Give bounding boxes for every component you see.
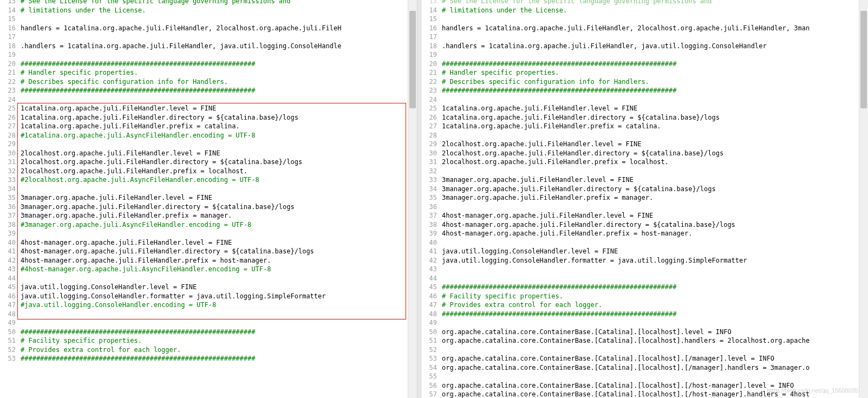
line-number[interactable]: 26 <box>0 113 16 122</box>
line-number[interactable]: 25 <box>421 104 437 113</box>
line-number[interactable]: 23 <box>0 86 16 95</box>
code-line[interactable]: 4host-manager.org.apache.juli.FileHandle… <box>21 247 417 256</box>
line-number[interactable]: 35 <box>0 193 16 203</box>
line-number[interactable]: 50 <box>0 328 16 337</box>
line-number[interactable]: 29 <box>0 140 16 149</box>
code-line[interactable]: 3manager.org.apache.juli.FileHandler.dir… <box>21 203 417 212</box>
line-number[interactable]: 32 <box>421 167 437 176</box>
code-line[interactable] <box>442 131 868 140</box>
code-line[interactable] <box>442 15 868 24</box>
code-line[interactable]: # Provides extra control for each logger… <box>21 345 417 355</box>
line-number[interactable]: 13 <box>0 0 16 6</box>
code-line[interactable]: 4host-manager.org.apache.juli.FileHandle… <box>21 256 417 265</box>
line-number[interactable]: 48 <box>421 310 437 319</box>
code-line[interactable] <box>442 32 868 42</box>
line-number[interactable]: 40 <box>421 238 437 247</box>
line-number[interactable]: 31 <box>421 158 437 167</box>
line-number[interactable]: 38 <box>421 220 437 230</box>
line-number[interactable]: 15 <box>421 15 437 24</box>
line-number[interactable]: 44 <box>0 274 16 283</box>
code-line[interactable] <box>442 372 868 381</box>
code-line[interactable]: # See the License for the specific langu… <box>21 0 417 6</box>
code-line[interactable]: 2localhost.org.apache.juli.FileHandler.l… <box>21 149 417 158</box>
line-number[interactable]: 41 <box>421 247 437 256</box>
code-line[interactable]: 2localhost.org.apache.juli.FileHandler.l… <box>442 140 868 149</box>
line-number[interactable]: 43 <box>0 265 16 274</box>
line-number[interactable]: 22 <box>0 77 16 87</box>
code-line[interactable] <box>21 274 417 283</box>
code-line[interactable]: # limitations under the License. <box>21 6 417 15</box>
code-line[interactable]: handlers = 1catalina.org.apache.juli.Fil… <box>21 24 417 33</box>
line-number[interactable]: 28 <box>421 131 437 140</box>
line-number[interactable]: 45 <box>0 283 16 292</box>
code-line[interactable]: # Describes specific configuration info … <box>442 77 868 87</box>
line-number[interactable]: 14 <box>0 6 16 15</box>
code-line[interactable]: ########################################… <box>442 283 868 292</box>
line-number[interactable]: 48 <box>0 310 16 319</box>
line-number[interactable]: 32 <box>0 167 16 176</box>
line-number[interactable]: 43 <box>421 265 437 274</box>
code-line[interactable]: ########################################… <box>21 354 417 363</box>
code-line[interactable] <box>442 318 868 328</box>
line-number[interactable]: 37 <box>421 211 437 220</box>
line-number[interactable]: 36 <box>421 203 437 212</box>
line-number[interactable]: 30 <box>421 149 437 158</box>
line-number[interactable]: 35 <box>421 193 437 203</box>
code-line[interactable]: 2localhost.org.apache.juli.FileHandler.d… <box>442 149 868 158</box>
code-line[interactable] <box>442 167 868 176</box>
line-number[interactable]: 42 <box>421 256 437 265</box>
line-number[interactable]: 31 <box>0 158 16 167</box>
code-line[interactable]: # Handler specific properties. <box>442 68 868 77</box>
code-line[interactable]: .handlers = 1catalina.org.apache.juli.Fi… <box>21 42 417 51</box>
code-line[interactable]: org.apache.catalina.core.ContainerBase.[… <box>442 381 868 390</box>
line-number[interactable]: 52 <box>421 345 437 355</box>
code-line[interactable]: org.apache.catalina.core.ContainerBase.[… <box>442 328 868 337</box>
code-line[interactable] <box>442 238 868 247</box>
line-number[interactable]: 49 <box>0 318 16 328</box>
code-line[interactable] <box>442 274 868 283</box>
code-line[interactable]: 1catalina.org.apache.juli.FileHandler.le… <box>21 104 417 113</box>
code-line[interactable]: 4host-manager.org.apache.juli.FileHandle… <box>442 211 868 220</box>
line-number[interactable]: 56 <box>421 381 437 390</box>
code-line[interactable]: org.apache.catalina.core.ContainerBase.[… <box>442 363 868 373</box>
line-number[interactable]: 30 <box>0 149 16 158</box>
line-number[interactable]: 45 <box>421 283 437 292</box>
code-line[interactable]: ########################################… <box>21 60 417 69</box>
line-number[interactable]: 27 <box>0 122 16 131</box>
line-number[interactable]: 47 <box>0 301 16 310</box>
line-number[interactable]: 49 <box>421 318 437 328</box>
code-line[interactable]: 4host-manager.org.apache.juli.FileHandle… <box>442 229 868 238</box>
code-line[interactable]: org.apache.catalina.core.ContainerBase.[… <box>442 336 868 345</box>
line-number[interactable]: 16 <box>0 24 16 33</box>
code-line[interactable]: # Provides extra control for each logger… <box>442 301 868 310</box>
line-number[interactable]: 29 <box>421 140 437 149</box>
line-number[interactable]: 34 <box>0 185 16 194</box>
line-number[interactable]: 57 <box>421 390 437 398</box>
code-line[interactable] <box>21 185 417 194</box>
code-line[interactable]: 2localhost.org.apache.juli.FileHandler.p… <box>442 158 868 167</box>
line-number[interactable]: 20 <box>421 60 437 69</box>
line-number[interactable]: 18 <box>0 42 16 51</box>
line-number[interactable]: 51 <box>421 336 437 345</box>
line-number[interactable]: 28 <box>0 131 16 140</box>
code-line[interactable]: #2localhost.org.apache.juli.AsyncFileHan… <box>21 175 417 185</box>
line-number[interactable]: 16 <box>421 24 437 33</box>
right-editor-pane[interactable]: 1314151617181920212223242526272829303132… <box>421 0 868 398</box>
line-number[interactable]: 25 <box>0 104 16 113</box>
line-number[interactable]: 19 <box>0 50 16 60</box>
code-line[interactable]: 1catalina.org.apache.juli.FileHandler.di… <box>442 113 868 122</box>
left-scrollbar[interactable] <box>408 0 417 398</box>
line-number[interactable]: 39 <box>421 229 437 238</box>
code-line[interactable] <box>21 95 417 105</box>
line-number[interactable]: 18 <box>421 42 437 51</box>
line-number[interactable]: 27 <box>421 122 437 131</box>
code-line[interactable]: java.util.logging.ConsoleHandler.formatt… <box>442 256 868 265</box>
code-line[interactable]: 3manager.org.apache.juli.FileHandler.lev… <box>21 193 417 203</box>
code-line[interactable]: 4host-manager.org.apache.juli.FileHandle… <box>442 220 868 230</box>
code-line[interactable]: #4host-manager.org.apache.juli.AsyncFile… <box>21 265 417 274</box>
code-line[interactable]: 3manager.org.apache.juli.FileHandler.pre… <box>442 193 868 203</box>
line-number[interactable]: 55 <box>421 372 437 381</box>
right-line-gutter[interactable]: 1314151617181920212223242526272829303132… <box>421 0 439 398</box>
line-number[interactable]: 33 <box>0 175 16 185</box>
code-line[interactable]: ########################################… <box>442 310 868 319</box>
